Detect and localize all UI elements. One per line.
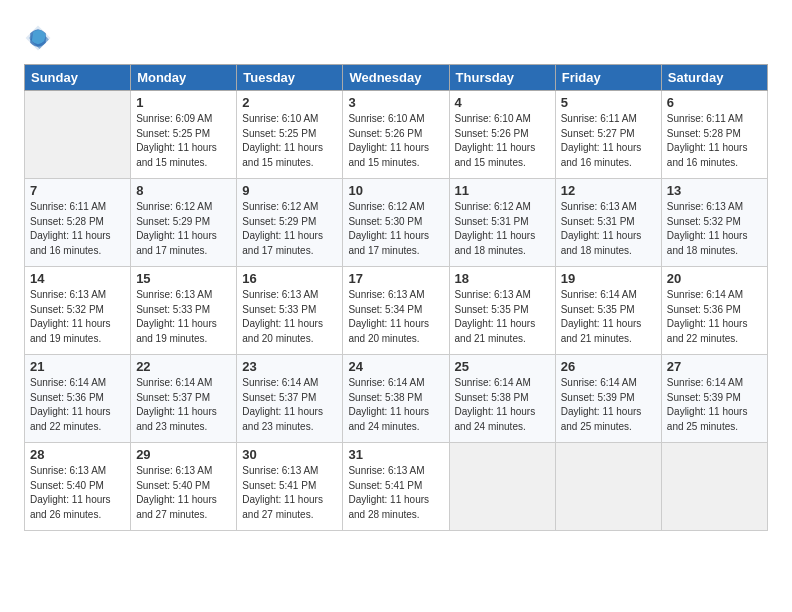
calendar-week-row: 14Sunrise: 6:13 AM Sunset: 5:32 PM Dayli… — [25, 267, 768, 355]
calendar-cell: 4Sunrise: 6:10 AM Sunset: 5:26 PM Daylig… — [449, 91, 555, 179]
calendar-cell: 24Sunrise: 6:14 AM Sunset: 5:38 PM Dayli… — [343, 355, 449, 443]
calendar-week-row: 7Sunrise: 6:11 AM Sunset: 5:28 PM Daylig… — [25, 179, 768, 267]
day-number: 7 — [30, 183, 125, 198]
day-header-monday: Monday — [131, 65, 237, 91]
cell-info: Sunrise: 6:10 AM Sunset: 5:25 PM Dayligh… — [242, 112, 337, 170]
day-number: 18 — [455, 271, 550, 286]
day-number: 28 — [30, 447, 125, 462]
calendar-cell — [25, 91, 131, 179]
calendar-cell: 2Sunrise: 6:10 AM Sunset: 5:25 PM Daylig… — [237, 91, 343, 179]
calendar-cell: 11Sunrise: 6:12 AM Sunset: 5:31 PM Dayli… — [449, 179, 555, 267]
cell-info: Sunrise: 6:14 AM Sunset: 5:36 PM Dayligh… — [667, 288, 762, 346]
cell-info: Sunrise: 6:11 AM Sunset: 5:28 PM Dayligh… — [30, 200, 125, 258]
cell-info: Sunrise: 6:14 AM Sunset: 5:36 PM Dayligh… — [30, 376, 125, 434]
calendar-cell: 10Sunrise: 6:12 AM Sunset: 5:30 PM Dayli… — [343, 179, 449, 267]
day-number: 19 — [561, 271, 656, 286]
calendar-cell: 28Sunrise: 6:13 AM Sunset: 5:40 PM Dayli… — [25, 443, 131, 531]
day-number: 6 — [667, 95, 762, 110]
calendar-cell: 15Sunrise: 6:13 AM Sunset: 5:33 PM Dayli… — [131, 267, 237, 355]
calendar-cell: 12Sunrise: 6:13 AM Sunset: 5:31 PM Dayli… — [555, 179, 661, 267]
calendar-cell: 19Sunrise: 6:14 AM Sunset: 5:35 PM Dayli… — [555, 267, 661, 355]
day-number: 8 — [136, 183, 231, 198]
day-number: 30 — [242, 447, 337, 462]
calendar-cell: 5Sunrise: 6:11 AM Sunset: 5:27 PM Daylig… — [555, 91, 661, 179]
day-number: 29 — [136, 447, 231, 462]
cell-info: Sunrise: 6:13 AM Sunset: 5:40 PM Dayligh… — [136, 464, 231, 522]
cell-info: Sunrise: 6:14 AM Sunset: 5:39 PM Dayligh… — [667, 376, 762, 434]
cell-info: Sunrise: 6:12 AM Sunset: 5:29 PM Dayligh… — [136, 200, 231, 258]
calendar-cell: 7Sunrise: 6:11 AM Sunset: 5:28 PM Daylig… — [25, 179, 131, 267]
day-number: 11 — [455, 183, 550, 198]
cell-info: Sunrise: 6:13 AM Sunset: 5:31 PM Dayligh… — [561, 200, 656, 258]
day-number: 17 — [348, 271, 443, 286]
day-number: 25 — [455, 359, 550, 374]
calendar-cell: 13Sunrise: 6:13 AM Sunset: 5:32 PM Dayli… — [661, 179, 767, 267]
calendar-cell: 3Sunrise: 6:10 AM Sunset: 5:26 PM Daylig… — [343, 91, 449, 179]
cell-info: Sunrise: 6:13 AM Sunset: 5:34 PM Dayligh… — [348, 288, 443, 346]
cell-info: Sunrise: 6:14 AM Sunset: 5:35 PM Dayligh… — [561, 288, 656, 346]
calendar-cell — [555, 443, 661, 531]
day-number: 1 — [136, 95, 231, 110]
cell-info: Sunrise: 6:10 AM Sunset: 5:26 PM Dayligh… — [455, 112, 550, 170]
calendar-cell: 25Sunrise: 6:14 AM Sunset: 5:38 PM Dayli… — [449, 355, 555, 443]
day-number: 22 — [136, 359, 231, 374]
day-number: 3 — [348, 95, 443, 110]
day-header-friday: Friday — [555, 65, 661, 91]
calendar-cell: 1Sunrise: 6:09 AM Sunset: 5:25 PM Daylig… — [131, 91, 237, 179]
cell-info: Sunrise: 6:14 AM Sunset: 5:39 PM Dayligh… — [561, 376, 656, 434]
calendar-cell: 22Sunrise: 6:14 AM Sunset: 5:37 PM Dayli… — [131, 355, 237, 443]
calendar-cell: 26Sunrise: 6:14 AM Sunset: 5:39 PM Dayli… — [555, 355, 661, 443]
calendar-week-row: 21Sunrise: 6:14 AM Sunset: 5:36 PM Dayli… — [25, 355, 768, 443]
day-number: 27 — [667, 359, 762, 374]
calendar-cell: 30Sunrise: 6:13 AM Sunset: 5:41 PM Dayli… — [237, 443, 343, 531]
day-number: 21 — [30, 359, 125, 374]
calendar-cell: 27Sunrise: 6:14 AM Sunset: 5:39 PM Dayli… — [661, 355, 767, 443]
cell-info: Sunrise: 6:13 AM Sunset: 5:33 PM Dayligh… — [242, 288, 337, 346]
cell-info: Sunrise: 6:12 AM Sunset: 5:29 PM Dayligh… — [242, 200, 337, 258]
cell-info: Sunrise: 6:13 AM Sunset: 5:32 PM Dayligh… — [667, 200, 762, 258]
calendar-cell: 9Sunrise: 6:12 AM Sunset: 5:29 PM Daylig… — [237, 179, 343, 267]
day-number: 20 — [667, 271, 762, 286]
cell-info: Sunrise: 6:09 AM Sunset: 5:25 PM Dayligh… — [136, 112, 231, 170]
day-number: 13 — [667, 183, 762, 198]
page-header — [24, 20, 768, 52]
cell-info: Sunrise: 6:11 AM Sunset: 5:28 PM Dayligh… — [667, 112, 762, 170]
calendar-cell: 8Sunrise: 6:12 AM Sunset: 5:29 PM Daylig… — [131, 179, 237, 267]
calendar-week-row: 1Sunrise: 6:09 AM Sunset: 5:25 PM Daylig… — [25, 91, 768, 179]
day-header-wednesday: Wednesday — [343, 65, 449, 91]
calendar-cell — [661, 443, 767, 531]
day-number: 14 — [30, 271, 125, 286]
cell-info: Sunrise: 6:13 AM Sunset: 5:33 PM Dayligh… — [136, 288, 231, 346]
calendar-cell: 20Sunrise: 6:14 AM Sunset: 5:36 PM Dayli… — [661, 267, 767, 355]
cell-info: Sunrise: 6:14 AM Sunset: 5:37 PM Dayligh… — [136, 376, 231, 434]
cell-info: Sunrise: 6:13 AM Sunset: 5:41 PM Dayligh… — [348, 464, 443, 522]
cell-info: Sunrise: 6:13 AM Sunset: 5:41 PM Dayligh… — [242, 464, 337, 522]
cell-info: Sunrise: 6:14 AM Sunset: 5:38 PM Dayligh… — [348, 376, 443, 434]
calendar-cell: 31Sunrise: 6:13 AM Sunset: 5:41 PM Dayli… — [343, 443, 449, 531]
cell-info: Sunrise: 6:13 AM Sunset: 5:32 PM Dayligh… — [30, 288, 125, 346]
day-header-sunday: Sunday — [25, 65, 131, 91]
cell-info: Sunrise: 6:14 AM Sunset: 5:37 PM Dayligh… — [242, 376, 337, 434]
day-number: 16 — [242, 271, 337, 286]
cell-info: Sunrise: 6:13 AM Sunset: 5:40 PM Dayligh… — [30, 464, 125, 522]
calendar-table: SundayMondayTuesdayWednesdayThursdayFrid… — [24, 64, 768, 531]
day-number: 9 — [242, 183, 337, 198]
day-number: 15 — [136, 271, 231, 286]
day-number: 31 — [348, 447, 443, 462]
calendar-body: 1Sunrise: 6:09 AM Sunset: 5:25 PM Daylig… — [25, 91, 768, 531]
cell-info: Sunrise: 6:11 AM Sunset: 5:27 PM Dayligh… — [561, 112, 656, 170]
calendar-cell: 16Sunrise: 6:13 AM Sunset: 5:33 PM Dayli… — [237, 267, 343, 355]
calendar-cell: 14Sunrise: 6:13 AM Sunset: 5:32 PM Dayli… — [25, 267, 131, 355]
cell-info: Sunrise: 6:13 AM Sunset: 5:35 PM Dayligh… — [455, 288, 550, 346]
day-header-tuesday: Tuesday — [237, 65, 343, 91]
cell-info: Sunrise: 6:12 AM Sunset: 5:30 PM Dayligh… — [348, 200, 443, 258]
calendar-week-row: 28Sunrise: 6:13 AM Sunset: 5:40 PM Dayli… — [25, 443, 768, 531]
cell-info: Sunrise: 6:14 AM Sunset: 5:38 PM Dayligh… — [455, 376, 550, 434]
day-header-saturday: Saturday — [661, 65, 767, 91]
calendar-cell — [449, 443, 555, 531]
day-number: 2 — [242, 95, 337, 110]
day-number: 26 — [561, 359, 656, 374]
calendar-cell: 29Sunrise: 6:13 AM Sunset: 5:40 PM Dayli… — [131, 443, 237, 531]
calendar-cell: 21Sunrise: 6:14 AM Sunset: 5:36 PM Dayli… — [25, 355, 131, 443]
day-number: 10 — [348, 183, 443, 198]
